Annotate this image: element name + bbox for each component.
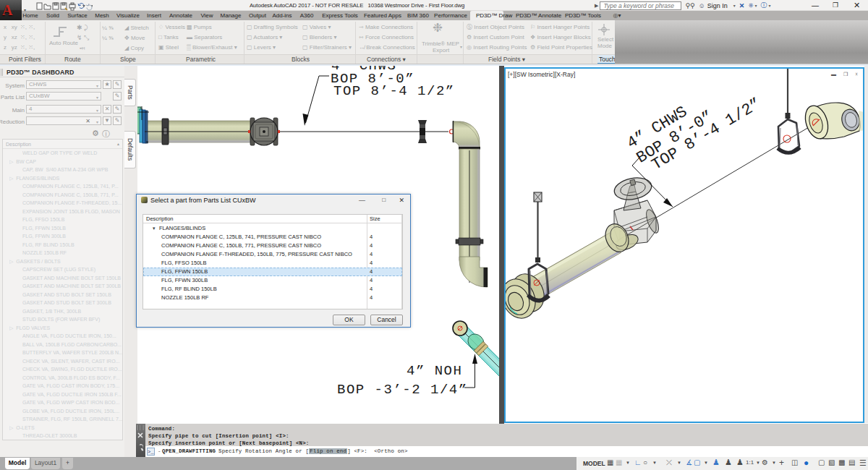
svg-text:TOP 8’-4 1/2”: TOP 8’-4 1/2” <box>333 83 455 99</box>
svg-text:BOP -3’-2 1/4”: BOP -3’-2 1/4” <box>337 382 468 398</box>
svg-text:4” NOH: 4” NOH <box>407 363 462 379</box>
